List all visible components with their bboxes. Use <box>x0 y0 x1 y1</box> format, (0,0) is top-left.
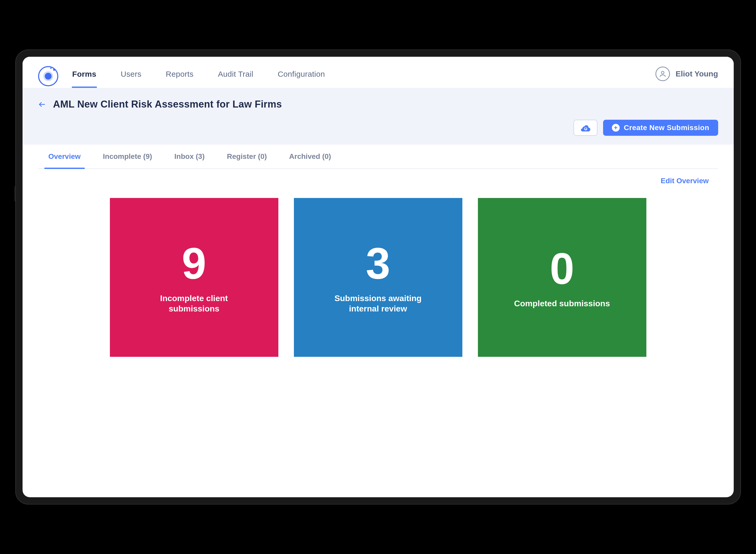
user-menu[interactable]: Eliot Young <box>655 67 718 86</box>
tablet-frame: Forms Users Reports Audit Trail Configur… <box>15 50 741 504</box>
tab-incomplete[interactable]: Incomplete (9) <box>102 145 153 168</box>
content-panel: Overview Incomplete (9) Inbox (3) Regist… <box>38 145 718 497</box>
tab-archived[interactable]: Archived (0) <box>288 145 332 168</box>
tab-overview[interactable]: Overview <box>47 145 82 168</box>
page-title: AML New Client Risk Assessment for Law F… <box>53 99 282 110</box>
nav-item-audit-trail[interactable]: Audit Trail <box>217 64 254 88</box>
user-name-label: Eliot Young <box>676 69 718 78</box>
app-logo[interactable] <box>38 66 58 86</box>
nav-item-forms[interactable]: Forms <box>72 64 97 88</box>
top-nav: Forms Users Reports Audit Trail Configur… <box>22 57 734 88</box>
nav-item-reports[interactable]: Reports <box>165 64 194 88</box>
avatar-icon <box>655 67 670 81</box>
tabs: Overview Incomplete (9) Inbox (3) Regist… <box>38 145 718 169</box>
nav-items: Forms Users Reports Audit Trail Configur… <box>72 64 326 88</box>
card-awaiting-label: Submissions awaiting internal review <box>324 293 433 314</box>
card-awaiting-value: 3 <box>366 241 390 285</box>
create-button-label: Create New Submission <box>624 124 709 132</box>
card-awaiting-review[interactable]: 3 Submissions awaiting internal review <box>294 198 463 357</box>
card-incomplete-label: Incomplete client submissions <box>140 293 249 314</box>
card-incomplete-value: 9 <box>182 241 206 285</box>
app-screen: Forms Users Reports Audit Trail Configur… <box>22 57 734 497</box>
card-incomplete[interactable]: 9 Incomplete client submissions <box>110 198 278 357</box>
subheader: AML New Client Risk Assessment for Law F… <box>22 88 734 145</box>
cloud-download-icon <box>580 124 591 132</box>
card-completed-label: Completed submissions <box>514 298 610 309</box>
svg-point-0 <box>661 71 664 74</box>
download-button[interactable] <box>574 120 597 136</box>
nav-item-configuration[interactable]: Configuration <box>277 64 325 88</box>
title-row: AML New Client Risk Assessment for Law F… <box>38 99 718 110</box>
tab-inbox[interactable]: Inbox (3) <box>173 145 206 168</box>
tab-register[interactable]: Register (0) <box>226 145 268 168</box>
back-arrow-icon[interactable] <box>38 101 46 108</box>
create-new-submission-button[interactable]: + Create New Submission <box>603 120 718 136</box>
edit-row: Edit Overview <box>38 169 718 187</box>
nav-item-users[interactable]: Users <box>120 64 142 88</box>
overview-cards: 9 Incomplete client submissions 3 Submis… <box>38 187 718 380</box>
plus-circle-icon: + <box>612 124 620 132</box>
card-completed-value: 0 <box>550 246 574 290</box>
edit-overview-link[interactable]: Edit Overview <box>661 177 709 185</box>
card-completed[interactable]: 0 Completed submissions <box>478 198 646 357</box>
action-row: + Create New Submission <box>38 120 718 136</box>
